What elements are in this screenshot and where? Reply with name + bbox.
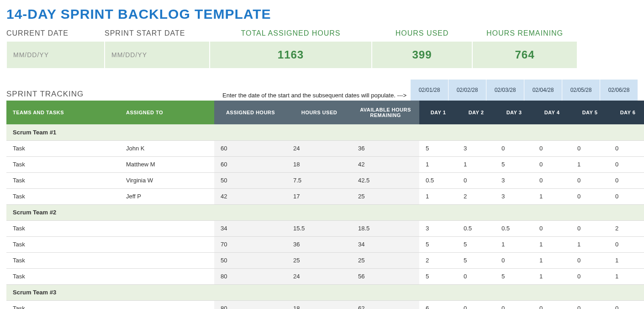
task-cell[interactable]: 0: [571, 300, 609, 309]
task-cell[interactable]: 0.5: [457, 220, 495, 236]
task-cell[interactable]: 0: [571, 172, 609, 188]
empty-cell[interactable]: [287, 124, 352, 140]
task-cell[interactable]: 0: [571, 140, 609, 156]
task-cell[interactable]: 5: [419, 268, 457, 284]
empty-cell[interactable]: [352, 124, 419, 140]
empty-cell[interactable]: [120, 284, 214, 300]
task-cell[interactable]: 2: [419, 252, 457, 268]
task-cell[interactable]: 0: [571, 220, 609, 236]
date-cell[interactable]: 02/01/28: [410, 80, 448, 101]
task-cell[interactable]: 34: [214, 220, 287, 236]
task-cell[interactable]: [120, 268, 214, 284]
empty-cell[interactable]: [495, 124, 533, 140]
task-cell[interactable]: 24: [287, 268, 352, 284]
date-cell[interactable]: 02/02/28: [448, 80, 486, 101]
task-cell[interactable]: Task: [6, 300, 120, 309]
empty-cell[interactable]: [457, 124, 495, 140]
task-cell[interactable]: 5: [495, 268, 533, 284]
empty-cell[interactable]: [214, 124, 287, 140]
task-cell[interactable]: 56: [352, 268, 419, 284]
task-cell[interactable]: 0: [609, 140, 644, 156]
sprint-start-input[interactable]: MM/DD/YY: [105, 41, 210, 69]
task-cell[interactable]: 25: [287, 252, 352, 268]
empty-cell[interactable]: [495, 284, 533, 300]
task-cell[interactable]: 70: [214, 236, 287, 252]
task-cell[interactable]: Task: [6, 268, 120, 284]
task-cell[interactable]: Jeff P: [120, 188, 214, 204]
task-cell[interactable]: 1: [533, 188, 571, 204]
task-cell[interactable]: 0: [609, 188, 644, 204]
task-cell[interactable]: Task: [6, 140, 120, 156]
task-cell[interactable]: 5: [419, 236, 457, 252]
task-cell[interactable]: [120, 252, 214, 268]
task-cell[interactable]: 1: [457, 156, 495, 172]
task-cell[interactable]: 2: [457, 188, 495, 204]
task-cell[interactable]: 3: [457, 140, 495, 156]
task-cell[interactable]: 5: [457, 252, 495, 268]
task-cell[interactable]: 17: [287, 188, 352, 204]
empty-cell[interactable]: [287, 204, 352, 220]
task-cell[interactable]: 42.5: [352, 172, 419, 188]
task-cell[interactable]: 80: [214, 268, 287, 284]
task-cell[interactable]: 0: [571, 268, 609, 284]
empty-cell[interactable]: [120, 204, 214, 220]
empty-cell[interactable]: [214, 284, 287, 300]
task-cell[interactable]: 0: [533, 140, 571, 156]
task-cell[interactable]: 36: [287, 236, 352, 252]
task-cell[interactable]: Task: [6, 188, 120, 204]
task-cell[interactable]: 6: [419, 300, 457, 309]
task-cell[interactable]: [120, 220, 214, 236]
date-cell[interactable]: 02/04/28: [524, 80, 562, 101]
task-cell[interactable]: 15.5: [287, 220, 352, 236]
task-cell[interactable]: 36: [352, 140, 419, 156]
task-cell[interactable]: 0: [457, 300, 495, 309]
empty-cell[interactable]: [352, 284, 419, 300]
task-cell[interactable]: 0: [609, 236, 644, 252]
task-cell[interactable]: 25: [352, 188, 419, 204]
task-cell[interactable]: 42: [214, 188, 287, 204]
empty-cell[interactable]: [533, 124, 571, 140]
task-cell[interactable]: 1: [571, 156, 609, 172]
task-cell[interactable]: 2: [609, 220, 644, 236]
task-cell[interactable]: 60: [214, 140, 287, 156]
empty-cell[interactable]: [214, 204, 287, 220]
empty-cell[interactable]: [352, 204, 419, 220]
task-cell[interactable]: 0: [457, 172, 495, 188]
task-cell[interactable]: 18: [287, 156, 352, 172]
task-cell[interactable]: [120, 300, 214, 309]
team-label-cell[interactable]: Scrum Team #3: [6, 284, 120, 300]
date-cell[interactable]: 02/03/28: [486, 80, 524, 101]
task-cell[interactable]: 0: [533, 156, 571, 172]
empty-cell[interactable]: [609, 284, 644, 300]
empty-cell[interactable]: [419, 124, 457, 140]
task-cell[interactable]: 18: [287, 300, 352, 309]
task-cell[interactable]: 0: [533, 220, 571, 236]
task-cell[interactable]: Matthew M: [120, 156, 214, 172]
empty-cell[interactable]: [571, 124, 609, 140]
task-cell[interactable]: 1: [609, 268, 644, 284]
task-cell[interactable]: 1: [533, 268, 571, 284]
task-cell[interactable]: 0: [533, 172, 571, 188]
task-cell[interactable]: 60: [214, 156, 287, 172]
task-cell[interactable]: 0: [533, 300, 571, 309]
task-cell[interactable]: 5: [457, 236, 495, 252]
date-cell[interactable]: 02/06/28: [600, 80, 638, 101]
task-cell[interactable]: 0: [609, 156, 644, 172]
empty-cell[interactable]: [457, 284, 495, 300]
empty-cell[interactable]: [495, 204, 533, 220]
task-cell[interactable]: 0: [609, 172, 644, 188]
task-cell[interactable]: Task: [6, 252, 120, 268]
empty-cell[interactable]: [457, 204, 495, 220]
current-date-input[interactable]: MM/DD/YY: [6, 41, 105, 69]
task-cell[interactable]: 7.5: [287, 172, 352, 188]
task-cell[interactable]: [120, 236, 214, 252]
task-cell[interactable]: 3: [419, 220, 457, 236]
task-cell[interactable]: 18.5: [352, 220, 419, 236]
task-cell[interactable]: 3: [495, 172, 533, 188]
task-cell[interactable]: 62: [352, 300, 419, 309]
task-cell[interactable]: 25: [352, 252, 419, 268]
task-cell[interactable]: 3: [495, 188, 533, 204]
empty-cell[interactable]: [533, 284, 571, 300]
task-cell[interactable]: 1: [495, 236, 533, 252]
task-cell[interactable]: 1: [571, 236, 609, 252]
